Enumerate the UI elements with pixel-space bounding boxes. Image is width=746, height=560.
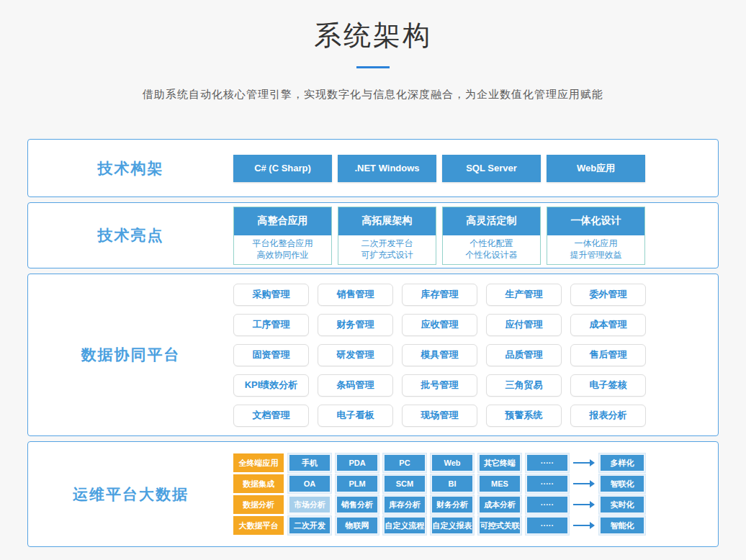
highlight-line: 可扩充式设计 xyxy=(338,249,436,261)
module-chip-report[interactable]: 报表分析 xyxy=(570,405,646,427)
highlight-card-title: 高整合应用 xyxy=(234,207,331,235)
tech-highlight-cards: 高整合应用 平台化整合应用 高效协同作业 高拓展架构 二次开发平台 可扩充式设计… xyxy=(233,207,647,265)
arrow-right-icon xyxy=(573,522,595,529)
ops-item-ellipsis: ····· xyxy=(526,474,569,493)
section-ops-platform: 运维平台大数据 全终端应用 手机 PDA PC Web 其它终端 ····· 多… xyxy=(27,441,719,547)
module-chip-outsourcing[interactable]: 委外管理 xyxy=(570,284,646,306)
ops-item-other-terminal[interactable]: 其它终端 xyxy=(478,453,521,472)
tech-button-web-app[interactable]: Web应用 xyxy=(547,155,645,182)
highlight-card-extensibility: 高拓展架构 二次开发平台 可扩充式设计 xyxy=(338,207,436,265)
title-underline xyxy=(356,66,390,68)
module-chip-production[interactable]: 生产管理 xyxy=(486,284,562,306)
module-grid: 采购管理 销售管理 库存管理 生产管理 委外管理 工序管理 财务管理 应收管理 … xyxy=(233,284,647,427)
page-title: 系统架构 xyxy=(0,17,746,54)
highlight-card-body: 平台化整合应用 高效协同作业 xyxy=(234,235,331,264)
ops-platform-label: 运维平台大数据 xyxy=(28,484,233,505)
ops-result-realtime: 实时化 xyxy=(599,495,645,514)
module-chip-barcode[interactable]: 条码管理 xyxy=(318,374,393,397)
tech-framework-label: 技术构架 xyxy=(28,158,233,179)
ops-category-badge: 大数据平台 xyxy=(233,516,284,535)
ops-item-iot[interactable]: 物联网 xyxy=(336,516,379,535)
arrow-right-icon xyxy=(573,480,595,487)
ops-item-scm[interactable]: SCM xyxy=(383,474,426,493)
ops-item-custom-workflow[interactable]: 自定义流程 xyxy=(383,516,426,535)
ops-item-custom-report[interactable]: 自定义报表 xyxy=(431,516,474,535)
ops-item-market-analysis[interactable]: 市场分析 xyxy=(288,495,331,514)
ops-item-mes[interactable]: MES xyxy=(478,474,521,493)
ops-item-ellipsis: ····· xyxy=(526,495,569,514)
tech-highlights-label: 技术亮点 xyxy=(28,225,233,245)
module-chip-kpi[interactable]: KPI绩效分析 xyxy=(233,374,309,397)
module-chip-alert[interactable]: 预警系统 xyxy=(486,405,562,427)
section-tech-framework: 技术构架 C# (C Sharp) .NET Windows SQL Serve… xyxy=(27,139,719,197)
highlight-card-unified: 一体化设计 一体化应用 提升管理效益 xyxy=(547,207,645,265)
ops-category-badge: 全终端应用 xyxy=(233,453,284,472)
ops-item-controllable-link[interactable]: 可控式关联 xyxy=(478,516,521,535)
module-chip-inventory[interactable]: 库存管理 xyxy=(402,284,477,306)
ops-item-oa[interactable]: OA xyxy=(288,474,331,493)
ops-item-mobile[interactable]: 手机 xyxy=(288,453,331,472)
ops-category-badge: 数据集成 xyxy=(233,474,284,493)
page-subtitle: 借助系统自动化核心管理引擎，实现数字化与信息化深度融合，为企业数值化管理应用赋能 xyxy=(0,88,746,101)
module-chip-cost[interactable]: 成本管理 xyxy=(570,314,646,336)
module-chip-aftersales[interactable]: 售后管理 xyxy=(570,344,646,366)
ops-row-integration: 数据集成 OA PLM SCM BI MES ····· 智联化 xyxy=(233,474,647,493)
highlight-line: 个性化设计器 xyxy=(443,249,540,261)
highlight-line: 一体化应用 xyxy=(547,238,644,249)
ops-item-finance-analysis[interactable]: 财务分析 xyxy=(431,495,474,514)
module-chip-triangular-trade[interactable]: 三角贸易 xyxy=(486,374,562,397)
module-chip-kanban[interactable]: 电子看板 xyxy=(318,405,393,427)
highlight-card-body: 个性化配置 个性化设计器 xyxy=(443,235,540,264)
ops-item-bi[interactable]: BI xyxy=(431,474,474,493)
section-data-platform: 数据协同平台 采购管理 销售管理 库存管理 生产管理 委外管理 工序管理 财务管… xyxy=(27,274,719,436)
module-chip-receivable[interactable]: 应收管理 xyxy=(402,314,477,336)
ops-item-cost-analysis[interactable]: 成本分析 xyxy=(478,495,521,514)
ops-item-sales-analysis[interactable]: 销售分析 xyxy=(336,495,379,514)
ops-item-web[interactable]: Web xyxy=(431,453,474,472)
ops-category-badge: 数据分析 xyxy=(233,495,284,514)
data-platform-label: 数据协同平台 xyxy=(28,345,233,365)
module-chip-purchase[interactable]: 采购管理 xyxy=(233,284,309,306)
ops-row-bigdata: 大数据平台 二次开发 物联网 自定义流程 自定义报表 可控式关联 ····· 智… xyxy=(233,516,647,535)
highlight-line: 二次开发平台 xyxy=(338,238,436,249)
highlight-line: 个性化配置 xyxy=(443,238,540,249)
module-chip-document[interactable]: 文档管理 xyxy=(233,405,309,427)
ops-result-diverse: 多样化 xyxy=(599,453,645,472)
ops-item-secondary-dev[interactable]: 二次开发 xyxy=(288,516,331,535)
ops-item-pda[interactable]: PDA xyxy=(336,453,379,472)
ops-item-ellipsis: ····· xyxy=(526,453,569,472)
ops-row-analysis: 数据分析 市场分析 销售分析 库存分析 财务分析 成本分析 ····· 实时化 xyxy=(233,495,647,514)
tech-button-sql-server[interactable]: SQL Server xyxy=(442,155,541,182)
module-chip-payable[interactable]: 应付管理 xyxy=(486,314,562,336)
module-chip-rnd[interactable]: 研发管理 xyxy=(318,344,393,366)
ops-item-plm[interactable]: PLM xyxy=(336,474,379,493)
ops-result-connected: 智联化 xyxy=(599,474,645,493)
arrow-right-icon xyxy=(573,501,595,508)
section-tech-highlights: 技术亮点 高整合应用 平台化整合应用 高效协同作业 高拓展架构 二次开发平台 可… xyxy=(27,202,719,268)
module-chip-mold[interactable]: 模具管理 xyxy=(402,344,477,366)
tech-framework-buttons: C# (C Sharp) .NET Windows SQL Server Web… xyxy=(233,155,647,182)
tech-button-dotnet-windows[interactable]: .NET Windows xyxy=(338,155,436,182)
highlight-card-body: 二次开发平台 可扩充式设计 xyxy=(338,235,436,264)
module-chip-finance[interactable]: 财务管理 xyxy=(318,314,393,336)
module-chip-quality[interactable]: 品质管理 xyxy=(486,344,562,366)
highlight-line: 高效协同作业 xyxy=(234,249,331,261)
ops-row-terminals: 全终端应用 手机 PDA PC Web 其它终端 ····· 多样化 xyxy=(233,453,647,472)
module-chip-fixed-assets[interactable]: 固资管理 xyxy=(233,344,309,366)
highlight-card-flexibility: 高灵活定制 个性化配置 个性化设计器 xyxy=(442,207,541,265)
module-chip-sales[interactable]: 销售管理 xyxy=(318,284,393,306)
highlight-line: 平台化整合应用 xyxy=(234,238,331,249)
highlight-card-integration: 高整合应用 平台化整合应用 高效协同作业 xyxy=(233,207,332,265)
ops-item-pc[interactable]: PC xyxy=(383,453,426,472)
arrow-right-icon xyxy=(573,459,595,466)
module-chip-batch[interactable]: 批号管理 xyxy=(402,374,477,397)
page-header: 系统架构 借助系统自动化核心管理引擎，实现数字化与信息化深度融合，为企业数值化管… xyxy=(0,0,746,101)
ops-result-intelligent: 智能化 xyxy=(599,516,645,535)
module-chip-onsite[interactable]: 现场管理 xyxy=(402,405,477,427)
module-chip-esign[interactable]: 电子签核 xyxy=(570,374,646,397)
tech-button-csharp[interactable]: C# (C Sharp) xyxy=(233,155,332,182)
page: 系统架构 借助系统自动化核心管理引擎，实现数字化与信息化深度融合，为企业数值化管… xyxy=(0,0,746,560)
module-chip-process[interactable]: 工序管理 xyxy=(233,314,309,336)
highlight-line: 提升管理效益 xyxy=(547,249,644,261)
ops-item-inventory-analysis[interactable]: 库存分析 xyxy=(383,495,426,514)
